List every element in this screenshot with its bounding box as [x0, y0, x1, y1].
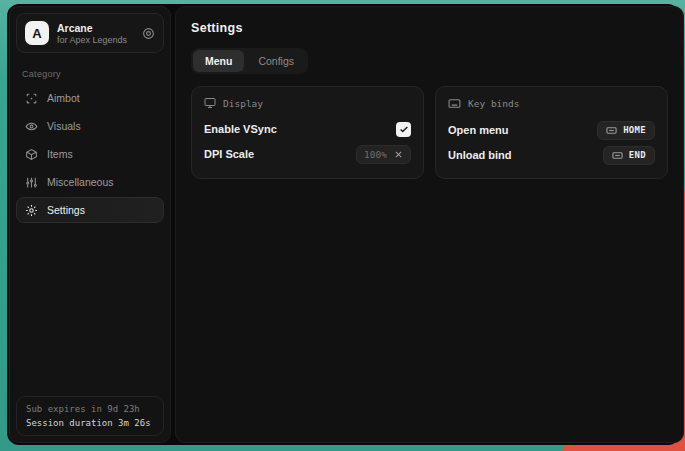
profile-card: A Arcane for Apex Legends	[16, 13, 164, 53]
setting-label: Unload bind	[448, 149, 512, 161]
sidebar-nav: Aimbot Visuals Items	[16, 85, 164, 223]
monitor-icon	[204, 97, 216, 109]
setting-label: DPI Scale	[204, 148, 254, 160]
page-title: Settings	[191, 21, 668, 35]
main-panel: Settings Menu Configs Display	[175, 6, 684, 443]
session-duration-text: Session duration 3m 26s	[26, 418, 154, 428]
setting-label: Enable VSync	[204, 123, 277, 135]
keyboard-icon	[612, 150, 623, 161]
sidebar-item-label: Aimbot	[47, 92, 80, 104]
sidebar-item-label: Miscellaneous	[47, 176, 114, 188]
card-title: Display	[223, 98, 263, 109]
app-subtitle: for Apex Legends	[57, 35, 127, 45]
tab-configs[interactable]: Configs	[246, 50, 306, 72]
dpi-scale-value: 100%	[364, 149, 387, 160]
sidebar-item-miscellaneous[interactable]: Miscellaneous	[16, 169, 164, 195]
gear-icon	[25, 204, 38, 217]
sidebar-item-label: Items	[47, 148, 73, 160]
target-icon[interactable]	[142, 27, 155, 40]
sliders-icon	[25, 176, 38, 189]
tab-menu[interactable]: Menu	[193, 50, 244, 72]
eye-icon	[25, 120, 38, 133]
keybind-value: HOME	[623, 125, 646, 135]
setting-row-dpi: DPI Scale 100%	[204, 143, 411, 165]
dpi-scale-input[interactable]: 100%	[356, 145, 411, 164]
app-name: Arcane	[57, 22, 127, 34]
keybind-value: END	[629, 150, 646, 160]
unload-keybind[interactable]: END	[603, 146, 655, 165]
display-card: Display Enable VSync DPI Scale 100%	[191, 86, 424, 179]
card-title: Key binds	[468, 98, 519, 109]
keyboard-icon	[448, 97, 461, 110]
app-window: A Arcane for Apex Legends Category	[7, 4, 680, 445]
package-icon	[25, 148, 38, 161]
close-icon[interactable]	[394, 150, 403, 159]
sub-expiry-text: Sub expires in 9d 23h	[26, 404, 154, 414]
sidebar-item-settings[interactable]: Settings	[16, 197, 164, 223]
setting-row-unload-bind: Unload bind END	[448, 144, 655, 166]
open-menu-keybind[interactable]: HOME	[597, 121, 655, 140]
sidebar: A Arcane for Apex Legends Category	[9, 6, 171, 443]
setting-label: Open menu	[448, 124, 509, 136]
sidebar-item-label: Visuals	[47, 120, 81, 132]
keybinds-card: Key binds Open menu HOME Unload bin	[435, 86, 668, 179]
vsync-checkbox[interactable]	[396, 122, 411, 137]
tab-bar: Menu Configs	[191, 48, 308, 74]
sidebar-item-items[interactable]: Items	[16, 141, 164, 167]
sidebar-item-visuals[interactable]: Visuals	[16, 113, 164, 139]
sidebar-item-label: Settings	[47, 204, 85, 216]
app-logo: A	[25, 21, 49, 45]
keyboard-icon	[606, 125, 617, 136]
setting-row-open-menu: Open menu HOME	[448, 119, 655, 141]
subscription-info: Sub expires in 9d 23h Session duration 3…	[16, 396, 164, 436]
category-label: Category	[22, 69, 164, 79]
settings-cards: Display Enable VSync DPI Scale 100%	[191, 86, 668, 179]
setting-row-vsync: Enable VSync	[204, 118, 411, 140]
crosshair-icon	[25, 92, 38, 105]
sidebar-item-aimbot[interactable]: Aimbot	[16, 85, 164, 111]
